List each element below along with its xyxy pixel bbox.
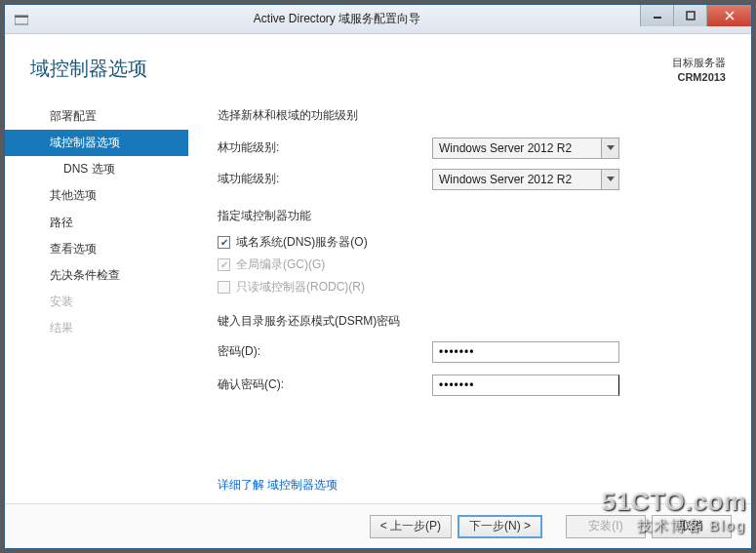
system-icon: [9, 7, 34, 32]
maximize-button[interactable]: [673, 5, 706, 26]
dsrm-heading: 键入目录服务还原模式(DSRM)密码: [218, 313, 722, 330]
svg-marker-7: [607, 177, 615, 181]
main-panel: 选择新林和根域的功能级别 林功能级别: Windows Server 2012 …: [188, 94, 751, 408]
password-input[interactable]: [432, 341, 619, 363]
target-server-label: 目标服务器 CRM2013: [672, 56, 726, 86]
step-dns-options[interactable]: DNS 选项: [5, 156, 188, 182]
forest-level-combo[interactable]: Windows Server 2012 R2: [432, 138, 619, 159]
rodc-checkbox: [218, 281, 230, 294]
gc-checkbox: ✔: [218, 258, 230, 271]
forest-level-value: Windows Server 2012 R2: [433, 141, 601, 155]
learn-more-link[interactable]: 详细了解 域控制器选项: [218, 477, 338, 494]
dns-checkbox[interactable]: ✔: [218, 236, 230, 249]
svg-rect-1: [15, 16, 28, 18]
forest-level-row: 林功能级别: Windows Server 2012 R2: [218, 138, 722, 159]
chevron-down-icon[interactable]: [601, 138, 618, 158]
confirm-password-label: 确认密码(C):: [218, 376, 432, 393]
window-title: Active Directory 域服务配置向导: [34, 11, 640, 27]
forest-level-label: 林功能级别:: [218, 139, 432, 156]
svg-rect-3: [687, 12, 695, 20]
body: 部署配置 域控制器选项 DNS 选项 其他选项 路径 查看选项 先决条件检查 安…: [5, 94, 751, 408]
chevron-down-icon[interactable]: [601, 170, 618, 189]
step-additional-options[interactable]: 其他选项: [5, 182, 188, 209]
minimize-button[interactable]: [640, 5, 673, 26]
confirm-password-row: 确认密码(C):: [218, 375, 722, 396]
step-prereq-check[interactable]: 先决条件检查: [5, 262, 188, 289]
confirm-password-input[interactable]: [432, 375, 619, 396]
gc-checkbox-label: 全局编录(GC)(G): [236, 257, 325, 273]
step-paths[interactable]: 路径: [5, 210, 188, 236]
dns-checkbox-label: 域名系统(DNS)服务器(O): [236, 234, 368, 251]
gc-checkbox-row: ✔ 全局编录(GC)(G): [218, 257, 722, 273]
wizard-steps-sidebar: 部署配置 域控制器选项 DNS 选项 其他选项 路径 查看选项 先决条件检查 安…: [5, 94, 188, 408]
domain-level-row: 域功能级别: Windows Server 2012 R2: [218, 169, 722, 190]
step-dc-options[interactable]: 域控制器选项: [5, 130, 188, 156]
wizard-footer: < 上一步(P) 下一步(N) > 安装(I) 取消: [5, 503, 751, 548]
content-area: 域控制器选项 目标服务器 CRM2013 部署配置 域控制器选项 DNS 选项 …: [5, 34, 751, 548]
rodc-checkbox-label: 只读域控制器(RODC)(R): [236, 279, 365, 296]
functional-level-heading: 选择新林和根域的功能级别: [218, 107, 722, 124]
password-label: 密码(D):: [218, 343, 432, 360]
window-buttons: [640, 5, 751, 33]
target-label-text: 目标服务器: [672, 56, 726, 70]
previous-button[interactable]: < 上一步(P): [370, 515, 452, 538]
wizard-window: Active Directory 域服务配置向导 域控制器选项 目标服务器 CR…: [4, 4, 752, 549]
step-deployment-config[interactable]: 部署配置: [5, 103, 188, 130]
step-install: 安装: [5, 289, 188, 315]
cancel-button[interactable]: 取消: [652, 515, 732, 538]
rodc-checkbox-row: 只读域控制器(RODC)(R): [218, 279, 722, 296]
target-server-name: CRM2013: [672, 70, 726, 85]
domain-level-combo[interactable]: Windows Server 2012 R2: [432, 169, 619, 190]
password-row: 密码(D):: [218, 341, 722, 363]
domain-level-value: Windows Server 2012 R2: [433, 173, 601, 186]
capabilities-heading: 指定域控制器功能: [218, 208, 722, 224]
install-button: 安装(I): [566, 515, 646, 538]
close-button[interactable]: [706, 5, 751, 26]
title-bar: Active Directory 域服务配置向导: [5, 5, 751, 34]
step-results: 结果: [5, 315, 188, 341]
step-review-options[interactable]: 查看选项: [5, 236, 188, 262]
domain-level-label: 域功能级别:: [218, 171, 432, 187]
svg-marker-6: [607, 145, 615, 150]
page-header: 域控制器选项 目标服务器 CRM2013: [5, 34, 751, 94]
dns-checkbox-row: ✔ 域名系统(DNS)服务器(O): [218, 234, 722, 251]
next-button[interactable]: 下一步(N) >: [458, 515, 542, 538]
page-title: 域控制器选项: [30, 56, 147, 86]
